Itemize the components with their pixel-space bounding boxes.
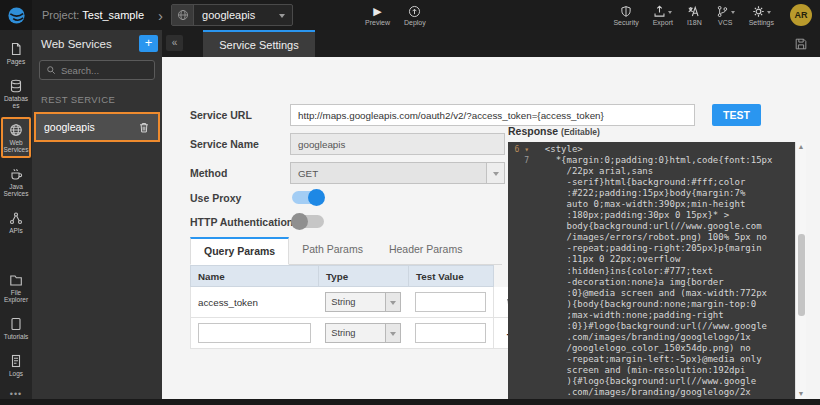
service-selector-value: googleapis [194,9,277,21]
export-icon [653,5,666,18]
settings-button[interactable]: Settings [749,5,774,26]
security-button[interactable]: Security [613,5,638,26]
tab-service-settings[interactable]: Service Settings [203,30,315,57]
sidebar-item-label: Databases [3,95,29,109]
code-text: :180px;padding:30px 0 15px}* > [534,210,729,221]
security-label: Security [613,19,638,26]
scroll-down-icon[interactable]: ▼ [796,389,806,399]
line-number: 6 ▾ [508,144,534,155]
service-url-input[interactable] [290,104,695,126]
wavemaker-logo-icon[interactable] [0,0,32,30]
code-text: -repeat;padding-right:205px}p{margin [534,243,762,254]
left-sidebar: Pages Databases Web Services Java Servic… [0,30,32,405]
http-auth-toggle[interactable] [292,215,324,228]
export-button[interactable]: Export [653,5,673,26]
tab-path-params[interactable]: Path Params [289,237,376,264]
pages-icon [9,42,23,56]
service-selector-dropdown[interactable]: googleapis [171,4,293,26]
deploy-icon [408,5,421,18]
code-line: :0}@media screen and (max-width:772px [508,288,795,299]
sidebar-item-java-services[interactable]: Java Services [1,161,31,202]
chevron-down-icon [493,172,499,179]
sidebar-item-web-services[interactable]: Web Services [1,117,31,158]
code-text: :0}}#logo{background:url(//www.google [534,321,767,332]
editor-scrollbar[interactable]: ▲ ▼ [795,142,806,399]
sidebar-item-label: Web Services [3,139,29,153]
code-text: ){body{background:none;margin-top:0 [534,299,756,310]
code-line: :11px 0 22px;overflow [508,254,795,265]
preview-button[interactable]: ▶ Preview [365,5,390,26]
project-name: Test_sample [82,9,144,21]
globe-icon [9,123,23,137]
scroll-up-icon[interactable]: ▲ [796,142,806,152]
line-number [508,266,534,277]
delete-service-icon[interactable] [138,121,150,134]
code-text: :11px 0 22px;overflow [534,254,680,265]
method-select[interactable]: GET [290,162,505,184]
line-number [508,232,534,243]
column-header-name: Name [190,265,318,287]
service-settings-content: Service URL TEST Service Name Method GET… [162,57,820,399]
test-button[interactable]: TEST [712,104,761,126]
code-line: /googlelogo_color_150x54dp.png) no [508,343,795,354]
code-line: /images/errors/robot.png) 100% 5px no [508,232,795,243]
line-number [508,177,534,188]
use-proxy-toggle[interactable] [292,191,324,204]
service-search-box[interactable] [39,60,155,80]
chevron-down-icon [731,11,735,16]
gear-icon [752,5,765,18]
code-text: /images/errors/robot.png) 100% 5px no [534,232,767,243]
search-icon [46,65,56,75]
code-text: ;max-width:none;padding-right [534,310,724,321]
new-param-type-select[interactable]: String [325,323,400,343]
code-text: /googlelogo_color_150x54dp.png) no [534,343,751,354]
log-document-icon [9,354,23,368]
line-number [508,210,534,221]
tab-query-params[interactable]: Query Params [190,237,289,265]
topbar-right-actions: Security Export I18N [599,4,820,26]
service-list-item-googleapis[interactable]: googleapis [34,112,160,142]
param-test-value-input[interactable] [415,292,487,312]
sidebar-item-file-explorer[interactable]: File Explorer [1,267,31,308]
sidebar-item-label: File Explorer [3,289,29,303]
line-number [508,376,534,387]
new-param-test-value-input[interactable] [415,323,487,343]
web-services-panel: Web Services + REST SERVICE googleapis [32,30,162,405]
chevron-down-icon [767,11,771,16]
table-row: access_token String [190,287,528,318]
sidebar-item-logs[interactable]: Logs [1,348,31,382]
breadcrumb-chevron-icon: › [158,8,163,23]
sidebar-item-databases[interactable]: Databases [1,73,31,114]
save-icon[interactable] [794,37,808,51]
code-area[interactable]: 6 ▾ <style> 7 *{margin:0;padding:0}html,… [508,142,795,399]
code-text: -decoration:none}a img{border [534,277,724,288]
column-header-test-value: Test Value [408,265,494,287]
user-avatar[interactable]: AR [790,4,812,26]
response-code-editor[interactable]: 6 ▾ <style> 7 *{margin:0;padding:0}html,… [508,142,806,399]
param-type-select[interactable]: String [325,292,400,312]
service-item-name: googleapis [44,121,138,133]
search-input[interactable] [61,65,146,76]
sidebar-item-label: Tutorials [4,333,29,340]
response-label: Response (Editable) [508,125,600,137]
scrollbar-thumb[interactable] [798,234,805,316]
app-window: Project:Test_sample › googleapis ▶ Previ… [0,0,820,405]
panel-header: Web Services + [32,30,162,57]
preview-label: Preview [365,19,390,26]
main-area: « Service Settings Service URL TEST Serv… [162,30,820,405]
add-service-button[interactable]: + [139,35,158,52]
line-number [508,332,534,343]
tab-header-params[interactable]: Header Params [376,237,476,264]
code-text: -serif}html{background:#fff;color [534,177,745,188]
code-line: -decoration:none}a img{border [508,277,795,288]
sidebar-item-apis[interactable]: APIs [1,205,31,239]
new-param-name-input[interactable] [198,323,311,343]
line-number [508,221,534,232]
sidebar-item-pages[interactable]: Pages [1,36,31,70]
vcs-button[interactable]: VCS [716,5,735,26]
i18n-button[interactable]: I18N [687,5,702,26]
sidebar-more-icon[interactable]: ••• [10,389,22,399]
deploy-button[interactable]: Deploy [404,5,426,26]
sidebar-item-tutorials[interactable]: Tutorials [1,311,31,345]
collapse-panel-button[interactable]: « [166,35,183,51]
